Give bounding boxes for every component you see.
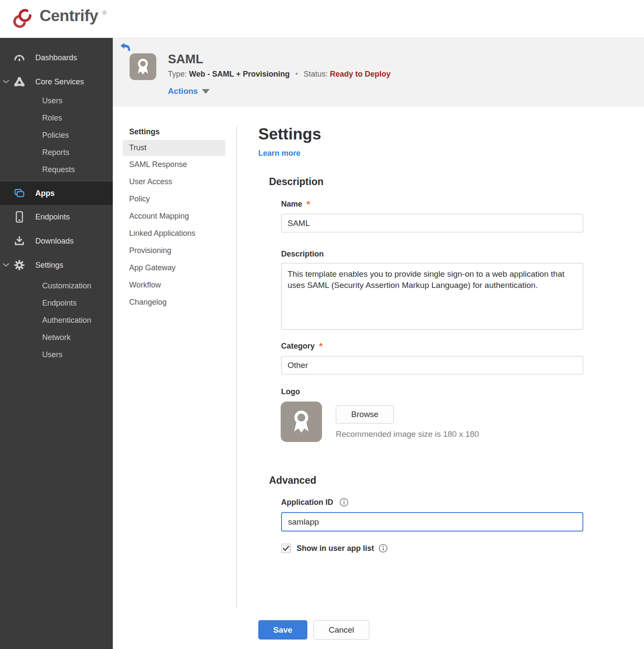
- subnav-item-app-gateway[interactable]: App Gateway: [113, 259, 236, 276]
- chevron-down-icon[interactable]: [3, 261, 9, 269]
- show-in-user-app-list-label: Show in user app list: [297, 544, 388, 553]
- sidebar-item-dashboards[interactable]: Dashboards: [0, 47, 113, 68]
- settings-form: Settings Learn more Description Name * D…: [258, 125, 585, 553]
- sidebar-item-settings[interactable]: Settings: [0, 253, 113, 277]
- sidebar-item-settings-endpoints[interactable]: Endpoints: [0, 294, 113, 312]
- top-header: Centrify ®: [0, 0, 644, 38]
- sidebar-item-customization[interactable]: Customization: [0, 277, 113, 294]
- download-icon: [14, 235, 25, 247]
- sidebar-item-users[interactable]: Users: [0, 92, 113, 109]
- brand-name: Centrify: [40, 7, 98, 25]
- sidebar-item-roles[interactable]: Roles: [0, 109, 113, 127]
- info-icon[interactable]: [339, 498, 349, 507]
- subnav-item-saml-response[interactable]: SAML Response: [113, 156, 236, 173]
- meta-separator: •: [295, 70, 298, 78]
- subnav-item-linked-applications[interactable]: Linked Applications: [113, 225, 236, 242]
- centrify-logo: Centrify ®: [13, 7, 106, 31]
- sidebar-item-settings-users[interactable]: Users: [0, 346, 113, 363]
- category-input[interactable]: [281, 356, 583, 374]
- subnav-item-changelog[interactable]: Changelog: [113, 294, 236, 311]
- page-title: Settings: [258, 125, 585, 144]
- name-label: Name *: [281, 200, 585, 209]
- mobile-device-icon: [14, 211, 25, 223]
- app-title: SAML: [168, 52, 203, 66]
- sidebar-item-network[interactable]: Network: [0, 329, 113, 346]
- gear-icon: [14, 259, 25, 271]
- app-logo: [130, 53, 156, 80]
- required-asterisk: *: [319, 344, 323, 349]
- category-label: Category *: [281, 342, 585, 351]
- sidebar-item-authentication[interactable]: Authentication: [0, 312, 113, 329]
- type-label: Type:: [168, 70, 187, 78]
- subnav-item-user-access[interactable]: User Access: [113, 173, 236, 190]
- info-icon[interactable]: [378, 544, 388, 553]
- sidebar-item-reports[interactable]: Reports: [0, 144, 113, 161]
- description-label: Description: [281, 250, 585, 259]
- subnav-item-trust[interactable]: Trust: [123, 140, 225, 156]
- sidebar-item-endpoints[interactable]: Endpoints: [0, 205, 113, 229]
- name-input[interactable]: [281, 214, 583, 232]
- type-value: Web - SAML + Provisioning: [189, 70, 290, 78]
- description-section-heading: Description: [269, 176, 585, 188]
- core-services-icon: [14, 77, 25, 87]
- actions-dropdown[interactable]: Actions: [168, 87, 210, 96]
- status-label: Status:: [303, 70, 328, 78]
- application-id-label: Application ID: [281, 498, 585, 507]
- sidebar: Dashboards Core Services Users Roles Pol…: [0, 38, 113, 649]
- sidebar-item-downloads[interactable]: Downloads: [0, 229, 113, 253]
- description-textarea[interactable]: This template enables you to provide sin…: [281, 263, 583, 330]
- sidebar-item-apps[interactable]: Apps: [0, 182, 113, 205]
- required-asterisk: *: [307, 202, 310, 207]
- subnav-item-account-mapping[interactable]: Account Mapping: [113, 207, 236, 225]
- sidebar-item-requests[interactable]: Requests: [0, 161, 113, 178]
- sidebar-item-policies[interactable]: Policies: [0, 127, 113, 144]
- logo-size-hint: Recommended image size is 180 x 180: [336, 430, 479, 439]
- back-arrow-icon[interactable]: [120, 42, 131, 53]
- settings-subnav: Settings Trust SAML Response User Access…: [113, 107, 236, 311]
- sidebar-item-core-services[interactable]: Core Services: [0, 71, 113, 92]
- chevron-down-icon[interactable]: [3, 78, 9, 86]
- subnav-header: Settings: [129, 127, 236, 136]
- subnav-item-provisioning[interactable]: Provisioning: [113, 242, 236, 259]
- logo-label: Logo: [281, 387, 585, 396]
- subnav-item-policy[interactable]: Policy: [113, 190, 236, 207]
- advanced-section-heading: Advanced: [269, 475, 585, 486]
- logo-preview: [281, 402, 322, 442]
- application-id-input[interactable]: [281, 512, 583, 532]
- registered-mark: ®: [102, 9, 107, 16]
- status-badge: Ready to Deploy: [330, 70, 390, 78]
- app-header-band: SAML Type: Web - SAML + Provisioning • S…: [113, 38, 644, 107]
- learn-more-link[interactable]: Learn more: [258, 149, 300, 158]
- browse-button[interactable]: Browse: [336, 405, 394, 423]
- gauge-icon: [14, 53, 25, 63]
- save-button[interactable]: Save: [258, 620, 307, 640]
- cancel-button[interactable]: Cancel: [313, 620, 369, 640]
- vertical-divider: [236, 126, 237, 608]
- centrify-swirl-icon: [13, 7, 35, 31]
- app-meta: Type: Web - SAML + Provisioning • Status…: [168, 70, 390, 79]
- subnav-item-workflow[interactable]: Workflow: [113, 276, 236, 294]
- apps-icon: [14, 188, 25, 198]
- show-in-user-app-list-checkbox[interactable]: [281, 544, 291, 553]
- caret-down-icon: [202, 89, 210, 94]
